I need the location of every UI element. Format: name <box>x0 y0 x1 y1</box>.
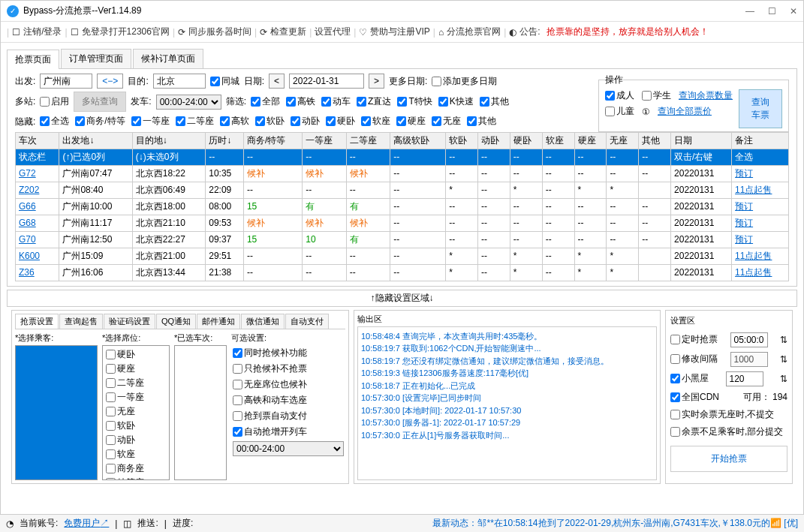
col-header[interactable]: 二等座 <box>346 132 390 149</box>
child-check[interactable] <box>605 107 615 116</box>
table-row[interactable]: G70广州南12:50北京西22:2709:371510有-----------… <box>16 231 789 248</box>
hide-check[interactable] <box>467 116 477 126</box>
filter-check[interactable] <box>251 97 260 107</box>
selected-train-list[interactable] <box>174 345 227 480</box>
filter-check[interactable] <box>397 97 407 107</box>
blackroom-check[interactable] <box>670 374 680 383</box>
same-city-check[interactable] <box>210 77 220 86</box>
hide-check[interactable] <box>131 116 141 126</box>
dep-time-select[interactable]: 00:00-24:00 <box>156 95 221 110</box>
hide-settings-bar[interactable]: ↑隐藏设置区域↓ <box>7 290 797 307</box>
col-header[interactable]: 商务/特等 <box>243 132 302 149</box>
col-header[interactable]: 无座 <box>607 132 639 149</box>
filter-check[interactable] <box>438 97 448 107</box>
subtab[interactable]: 自动支付 <box>285 314 329 329</box>
tab-waitlist[interactable]: 候补订单页面 <box>133 49 203 68</box>
col-header[interactable]: 软座 <box>542 132 574 149</box>
hide-check[interactable] <box>40 116 50 126</box>
subtab[interactable]: 验证码设置 <box>104 314 155 329</box>
check-link[interactable]: 检查更新 <box>270 26 306 38</box>
to-input[interactable] <box>153 74 206 89</box>
hide-check[interactable] <box>75 116 85 126</box>
seat-list[interactable]: 硬卧 硬座 二等座 一等座 无座 软卧 动卧 软座 商务座 特等座 <box>102 345 170 480</box>
filter-check[interactable] <box>321 97 331 107</box>
table-row[interactable]: K600广州15:09北京西21:0029:51--------*--*--**… <box>16 248 789 264</box>
query-count-link[interactable]: 查询余票数量 <box>679 89 733 102</box>
seat-item[interactable]: 软座 <box>104 447 167 461</box>
subtab[interactable]: 抢票设置 <box>15 314 59 329</box>
seat-item[interactable]: 二等座 <box>104 376 167 390</box>
col-header[interactable]: 出发地↓ <box>59 132 132 149</box>
start-button[interactable]: 开始抢票 <box>670 446 787 472</box>
blackroom-input[interactable] <box>726 371 763 386</box>
table-row[interactable]: Z202广州08:40北京西06:4922:09--------*--*--**… <box>16 182 789 198</box>
proxy-link[interactable]: 设置代理 <box>315 26 351 38</box>
cdn-check[interactable] <box>670 392 680 402</box>
opt-check[interactable] <box>233 348 242 358</box>
col-header[interactable]: 历时↓ <box>206 132 244 149</box>
student-check[interactable] <box>642 91 652 101</box>
query-button[interactable]: 查询 车票 <box>739 89 782 128</box>
subtab[interactable]: 查询起售 <box>59 314 103 329</box>
seat-item[interactable]: 无座 <box>104 404 167 419</box>
date-next[interactable]: > <box>369 74 384 89</box>
col-header[interactable]: 高级软卧 <box>390 132 446 149</box>
seat-item[interactable]: 硬座 <box>104 362 167 376</box>
vip-link[interactable]: 赞助与注册VIP <box>370 26 429 38</box>
enable-check[interactable] <box>40 97 50 107</box>
open12306-link[interactable]: 免登录打开12306官网 <box>82 26 170 38</box>
seat-item[interactable]: 一等座 <box>104 390 167 404</box>
filter-check[interactable] <box>286 97 296 107</box>
col-header[interactable]: 目的地↓ <box>132 132 205 149</box>
col-header[interactable]: 日期 <box>671 132 732 149</box>
adult-check[interactable] <box>605 91 615 101</box>
status-user[interactable]: 免费用户↗ <box>64 517 109 530</box>
tab-orders[interactable]: 订单管理页面 <box>61 49 131 68</box>
table-row[interactable]: Z36广州16:06北京西13:4421:38--------*--*--**2… <box>16 264 789 281</box>
col-header[interactable]: 动卧 <box>478 132 510 149</box>
seat-item[interactable]: 商务座 <box>104 461 167 476</box>
table-row[interactable]: G68广州南11:17北京西21:1009:53候补候补候补----------… <box>16 215 789 231</box>
swap-button[interactable]: <−> <box>97 74 123 89</box>
sync-link[interactable]: 同步服务器时间 <box>188 26 251 38</box>
filter-check[interactable] <box>357 97 366 107</box>
minimize-button[interactable]: — <box>745 6 754 17</box>
hide-check[interactable] <box>361 116 371 126</box>
table-row[interactable]: G66广州南10:00北京西18:0008:0015有有------------… <box>16 198 789 215</box>
interval-check[interactable] <box>670 354 680 364</box>
hide-check[interactable] <box>220 116 230 126</box>
passenger-list[interactable] <box>15 345 98 480</box>
partial-check[interactable] <box>670 427 680 437</box>
col-header[interactable]: 软卧 <box>446 132 478 149</box>
timed-check[interactable] <box>670 335 680 344</box>
tab-grab[interactable]: 抢票页面 <box>7 50 59 69</box>
hide-check[interactable] <box>432 116 441 126</box>
opt-check[interactable] <box>233 364 242 374</box>
filter-check[interactable] <box>480 97 489 107</box>
seat-item[interactable]: 软卧 <box>104 419 167 433</box>
official-link[interactable]: 分流抢票官网 <box>447 26 501 38</box>
col-header[interactable]: 其他 <box>639 132 671 149</box>
maximize-button[interactable]: ☐ <box>768 6 776 17</box>
col-header[interactable]: 备注 <box>732 132 789 149</box>
opt-check[interactable] <box>233 395 242 405</box>
opt-check[interactable] <box>233 411 242 421</box>
hide-check[interactable] <box>176 116 185 126</box>
subtab[interactable]: 微信通知 <box>241 314 285 329</box>
date-prev[interactable]: < <box>269 74 285 89</box>
subtab[interactable]: QQ通知 <box>156 314 196 329</box>
col-header[interactable]: 一等座 <box>303 132 346 149</box>
hide-check[interactable] <box>291 116 300 126</box>
multi-query-button[interactable]: 多站查询 <box>74 92 126 112</box>
col-header[interactable]: 车次 <box>16 132 59 149</box>
opt-check[interactable] <box>233 380 242 389</box>
query-price-link[interactable]: 查询全部票价 <box>658 105 712 118</box>
col-header[interactable]: 硬卧 <box>510 132 542 149</box>
opt-time-select[interactable]: 00:00-24:00 <box>233 441 344 456</box>
hide-check[interactable] <box>255 116 265 126</box>
opt-check[interactable] <box>233 427 242 437</box>
subtab[interactable]: 邮件通知 <box>197 314 240 329</box>
seat-item[interactable]: 特等座 <box>104 476 167 480</box>
close-button[interactable]: ✕ <box>790 6 797 17</box>
seat-item[interactable]: 硬卧 <box>104 347 167 362</box>
